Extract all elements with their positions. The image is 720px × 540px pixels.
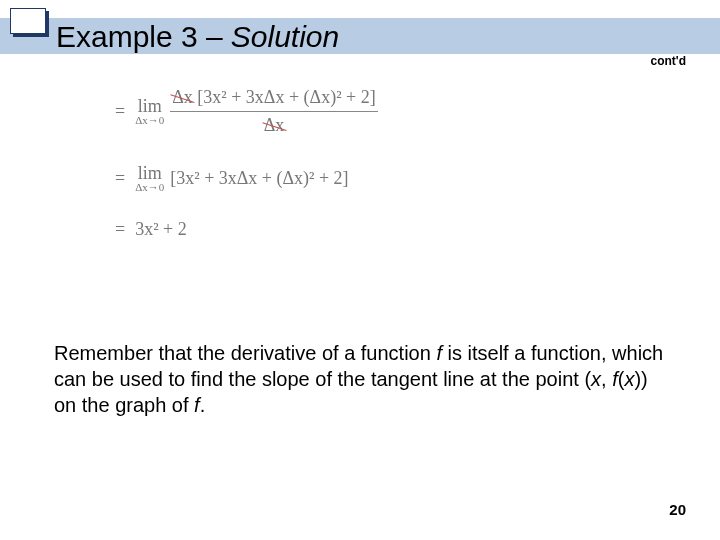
fraction: Δx [3x² + 3xΔx + (Δx)² + 2] Δx [170, 86, 377, 138]
cancelled-delta-x: Δx [264, 114, 285, 137]
cancelled-delta-x: Δx [172, 86, 193, 109]
limit-operator: lim Δx→0 [135, 97, 164, 126]
equals-sign: = [115, 219, 125, 240]
continued-label: cont'd [650, 54, 686, 68]
equals-sign: = [115, 101, 125, 122]
equation-line-1: = lim Δx→0 Δx [3x² + 3xΔx + (Δx)² + 2] Δ… [115, 86, 378, 138]
equals-sign: = [115, 168, 125, 189]
slide-title: Example 3 – Solution [56, 20, 339, 54]
corner-tab [10, 8, 46, 34]
equation-line-2: = lim Δx→0 [3x² + 3xΔx + (Δx)² + 2] [115, 164, 378, 193]
fraction-bar [170, 111, 377, 112]
title-prefix: Example 3 – [56, 20, 223, 54]
denominator: Δx [262, 114, 287, 137]
page-number: 20 [669, 501, 686, 518]
numerator: Δx [3x² + 3xΔx + (Δx)² + 2] [170, 86, 377, 109]
result-expression: 3x² + 2 [135, 219, 187, 240]
limit-operator: lim Δx→0 [135, 164, 164, 193]
title-solution: Solution [231, 20, 339, 54]
bracket-expression: [3x² + 3xΔx + (Δx)² + 2] [170, 168, 348, 189]
math-derivation: = lim Δx→0 Δx [3x² + 3xΔx + (Δx)² + 2] Δ… [115, 86, 378, 266]
equation-line-3: = 3x² + 2 [115, 219, 378, 240]
explanation-paragraph: Remember that the derivative of a functi… [54, 340, 666, 418]
